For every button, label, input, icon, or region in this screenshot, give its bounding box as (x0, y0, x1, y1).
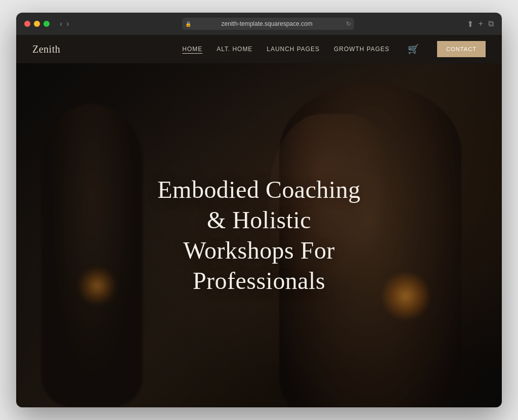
nav-link-growth-pages[interactable]: GROWTH PAGES (334, 46, 390, 53)
browser-actions: ⬆ + ⧉ (467, 19, 494, 29)
browser-controls: ‹ › (60, 20, 69, 28)
maximize-button[interactable] (44, 21, 50, 27)
hero-title-line4: Professionals (193, 267, 325, 294)
hero-section: Embodied Coaching & Holistic Workshops F… (16, 63, 502, 407)
hero-title-line1: Embodied Coaching (157, 176, 360, 203)
reload-icon[interactable]: ↻ (346, 20, 351, 27)
website: Zenith HOME ALT. HOME LAUNCH PAGES GROWT… (16, 35, 502, 407)
navigation: Zenith HOME ALT. HOME LAUNCH PAGES GROWT… (16, 35, 502, 63)
windows-button[interactable]: ⧉ (488, 19, 494, 28)
site-logo[interactable]: Zenith (32, 44, 60, 55)
url-input[interactable] (182, 18, 354, 30)
new-tab-button[interactable]: + (479, 19, 483, 28)
hero-title: Embodied Coaching & Holistic Workshops F… (143, 175, 375, 296)
close-button[interactable] (24, 21, 30, 27)
address-bar: 🔒 ↻ (85, 18, 451, 30)
cart-icon[interactable]: 🛒 (408, 44, 419, 55)
lock-icon: 🔒 (185, 21, 191, 27)
forward-button[interactable]: › (66, 20, 69, 28)
hero-title-line2: & Holistic (207, 206, 311, 233)
back-button[interactable]: ‹ (60, 20, 62, 28)
nav-link-alt-home[interactable]: ALT. HOME (217, 46, 252, 53)
traffic-lights (24, 21, 50, 27)
browser-chrome: ‹ › 🔒 ↻ ⬆ + ⧉ (16, 13, 502, 35)
hero-title-line3: Workshops For (183, 237, 335, 264)
nav-link-launch-pages[interactable]: LAUNCH PAGES (267, 46, 320, 53)
nav-link-home[interactable]: HOME (182, 46, 202, 53)
browser-window: ‹ › 🔒 ↻ ⬆ + ⧉ Zenith HOME ALT. HOME LAUN… (16, 13, 502, 407)
share-button[interactable]: ⬆ (467, 19, 473, 29)
minimize-button[interactable] (34, 21, 40, 27)
contact-button[interactable]: CONTACT (437, 41, 486, 57)
nav-links: HOME ALT. HOME LAUNCH PAGES GROWTH PAGES… (182, 41, 486, 57)
hero-content: Embodied Coaching & Holistic Workshops F… (143, 175, 375, 296)
